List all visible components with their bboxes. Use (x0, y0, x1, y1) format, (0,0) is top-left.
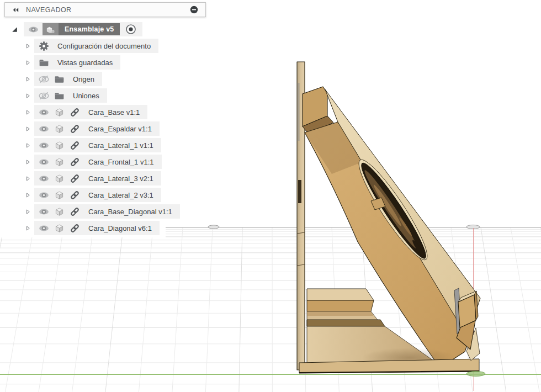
tree-item[interactable]: Cara_Espaldar v1:1 (34, 121, 160, 136)
tree-row-root: Ensamblaje v5 (0, 21, 232, 38)
tree-row: Vistas guardadas (0, 54, 232, 71)
tree-row: Origen (0, 71, 232, 87)
expand-arrow-icon[interactable] (24, 92, 31, 99)
tree-item[interactable]: Cara_Frontal_1 v1:1 (34, 155, 162, 169)
tree-item[interactable]: Cara_Lateral_1 v1:1 (34, 138, 161, 152)
tree-row: Cara_Diagonal v6:1 (0, 220, 232, 236)
visibility-eye-icon[interactable] (38, 206, 50, 218)
link-icon (68, 107, 81, 118)
tree-item-label: Cara_Base_Diagonal v1:1 (88, 208, 172, 216)
body-cube-icon (53, 123, 66, 135)
expand-arrow-icon[interactable] (24, 208, 31, 215)
body-cube-icon (53, 156, 66, 168)
tree-item-label: Configuración del documento (57, 42, 151, 50)
ground-axis-handle (466, 372, 485, 377)
expand-arrow-icon[interactable] (24, 109, 31, 116)
collapse-panel-icon[interactable] (11, 6, 20, 14)
tree-item[interactable]: Configuración del documento (34, 39, 158, 53)
model-shelf-1 (307, 289, 374, 311)
visibility-eye-icon[interactable] (38, 173, 50, 184)
component-icon (45, 24, 57, 35)
tree-item-label: Cara_Lateral_3 v2:1 (88, 174, 153, 183)
visibility-eye-icon[interactable] (38, 140, 50, 151)
expand-arrow-icon[interactable] (24, 142, 31, 149)
root-component-label[interactable]: Ensamblaje v5 (59, 23, 120, 35)
visibility-eye-off-icon[interactable] (38, 73, 50, 85)
link-icon (68, 156, 81, 168)
tree-item-label: Vistas guardadas (57, 59, 113, 67)
folder-icon (53, 73, 66, 85)
tree-item-label: Cara_Base v1:1 (88, 108, 140, 116)
tree-item-root[interactable]: Ensamblaje v5 (24, 22, 142, 36)
assembly-tree: Ensamblaje v5 Configuración del document… (0, 21, 232, 236)
tree-row: Cara_Lateral_2 v3:1 (0, 187, 232, 203)
visibility-eye-icon[interactable] (38, 156, 50, 168)
tree-row: Uniones (0, 87, 232, 104)
tree-item[interactable]: Cara_Diagonal v6:1 (34, 221, 160, 235)
tree-item[interactable]: Cara_Base_Diagonal v1:1 (34, 204, 180, 219)
expand-arrow-icon[interactable] (24, 125, 31, 133)
link-icon (68, 140, 81, 151)
expand-arrow-icon[interactable] (24, 59, 31, 66)
tree-item[interactable]: Uniones (34, 88, 107, 103)
visibility-eye-icon[interactable] (38, 123, 50, 135)
navigator-header: NAVEGADOR (4, 2, 206, 17)
body-cube-icon (53, 206, 66, 218)
expand-arrow-icon[interactable] (24, 43, 31, 50)
minimize-panel-button[interactable] (189, 5, 199, 14)
folder-icon (53, 90, 66, 102)
tree-item[interactable]: Cara_Lateral_2 v3:1 (34, 188, 161, 202)
body-cube-icon (53, 189, 66, 201)
tree-row: Configuración del documento (0, 38, 232, 54)
tree-row: Cara_Frontal_1 v1:1 (0, 153, 232, 170)
tree-row: Cara_Base_Diagonal v1:1 (0, 203, 232, 220)
tree-item-label: Origen (73, 75, 94, 83)
tree-row: Cara_Base v1:1 (0, 104, 232, 120)
tree-item[interactable]: Cara_Lateral_3 v2:1 (34, 171, 161, 186)
tree-item[interactable]: Cara_Base v1:1 (34, 105, 147, 119)
tree-item-label: Cara_Diagonal v6:1 (88, 224, 152, 232)
tree-item-label: Cara_Lateral_1 v1:1 (88, 141, 153, 150)
link-icon (68, 223, 81, 234)
folder-icon (38, 57, 50, 68)
component-type-icon-cell (43, 23, 59, 35)
active-component-radio[interactable] (124, 23, 137, 36)
visibility-eye-icon[interactable] (27, 24, 40, 35)
body-cube-icon (53, 223, 66, 234)
tree-item[interactable]: Vistas guardadas (34, 55, 120, 70)
expand-arrow-icon[interactable] (24, 158, 31, 166)
link-icon (68, 189, 81, 201)
model-wood-stand (297, 62, 480, 373)
gear-icon (38, 40, 50, 52)
visibility-eye-off-icon[interactable] (38, 90, 50, 102)
grid-handle-right (466, 225, 480, 229)
navigator-title: NAVEGADOR (26, 6, 189, 14)
tree-item-label: Cara_Espaldar v1:1 (88, 125, 152, 133)
expand-arrow-icon[interactable] (24, 76, 31, 83)
visibility-eye-icon[interactable] (38, 107, 50, 118)
body-cube-icon (53, 107, 66, 118)
model-shelf-2 (307, 320, 385, 326)
tree-item-label: Cara_Lateral_2 v3:1 (88, 191, 153, 199)
tree-item-label: Uniones (73, 92, 99, 100)
body-cube-icon (53, 173, 66, 184)
tree-item-label: Cara_Frontal_1 v1:1 (88, 158, 154, 166)
tree-row: Cara_Lateral_3 v2:1 (0, 170, 232, 187)
visibility-eye-icon[interactable] (38, 189, 50, 201)
visibility-eye-icon[interactable] (38, 223, 50, 234)
tree-row: Cara_Espaldar v1:1 (0, 120, 232, 137)
expand-arrow-open-icon[interactable] (11, 26, 18, 33)
expand-arrow-icon[interactable] (24, 192, 31, 199)
ground-axis-green (0, 372, 541, 377)
body-cube-icon (53, 140, 66, 151)
link-icon (68, 173, 81, 184)
expand-arrow-icon[interactable] (24, 225, 31, 232)
link-icon (68, 123, 81, 135)
tree-row: Cara_Lateral_1 v1:1 (0, 137, 232, 153)
tree-item[interactable]: Origen (34, 72, 102, 86)
expand-arrow-icon[interactable] (24, 175, 31, 182)
link-icon (68, 206, 81, 218)
